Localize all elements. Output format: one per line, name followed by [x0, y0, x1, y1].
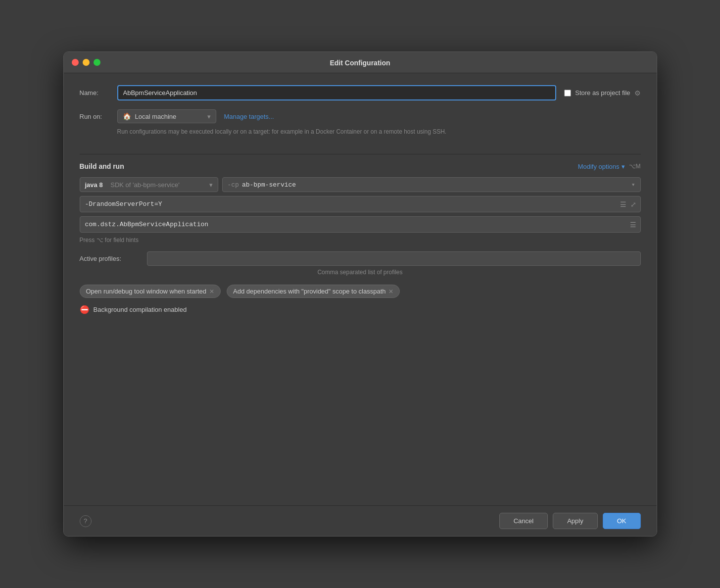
vm-options-row: ☰ ⤢: [80, 196, 641, 212]
tag-run-debug-close[interactable]: ✕: [209, 289, 214, 294]
active-profiles-row: Active profiles:: [80, 251, 641, 266]
run-on-label: Run on:: [80, 113, 109, 120]
name-input[interactable]: [117, 85, 557, 100]
chevron-down-icon: ▾: [209, 181, 213, 189]
home-icon: 🏠: [123, 112, 131, 120]
classpath-dropdown[interactable]: -cp ab-bpm-service ▾: [222, 177, 641, 192]
store-project-container: Store as project file ⚙: [564, 89, 640, 97]
edit-configuration-dialog: Edit Configuration Name: Store as projec…: [63, 51, 657, 537]
chevron-down-icon: ▾: [622, 163, 625, 170]
vm-options-input[interactable]: [80, 196, 616, 212]
tag-dependencies: Add dependencies with "provided" scope t…: [227, 285, 400, 298]
modify-options-label: Modify options: [578, 163, 620, 170]
gear-icon[interactable]: ⚙: [634, 89, 641, 97]
cp-value: ab-bpm-service: [242, 181, 296, 189]
build-and-run-header: Build and run Modify options ▾ ⌥M: [80, 162, 641, 170]
profiles-hint: Comma separated list of profiles: [80, 269, 641, 276]
sdk-label: SDK of 'ab-bpm-service': [110, 181, 179, 189]
browse-icon[interactable]: ☰: [630, 221, 636, 229]
main-class-input[interactable]: [80, 217, 626, 232]
name-label: Name:: [80, 89, 109, 97]
help-button[interactable]: ?: [80, 515, 92, 527]
name-row: Name: Store as project file ⚙: [80, 85, 641, 100]
build-row1: java 8 SDK of 'ab-bpm-service' ▾ -cp ab-…: [80, 177, 641, 192]
chevron-down-icon: ▾: [631, 181, 635, 189]
field-hints-text: Press ⌥ for field hints: [80, 237, 139, 244]
cp-label: -cp: [228, 181, 239, 189]
footer-buttons: Cancel Apply OK: [499, 513, 641, 529]
active-profiles-label: Active profiles:: [80, 255, 139, 262]
minimize-button[interactable]: [83, 59, 90, 66]
main-content: Name: Store as project file ⚙ Run on: 🏠 …: [64, 73, 657, 505]
browse-icon[interactable]: ☰: [620, 200, 626, 208]
tag-run-debug-label: Open run/debug tool window when started: [86, 288, 207, 295]
ok-button[interactable]: OK: [603, 513, 641, 529]
warning-text: Background compilation enabled: [94, 306, 187, 313]
store-project-checkbox[interactable]: [564, 90, 571, 97]
apply-button[interactable]: Apply: [553, 513, 598, 529]
store-project-label: Store as project file: [575, 89, 630, 97]
dialog-title: Edit Configuration: [330, 59, 390, 67]
warning-row: ⛔ Background compilation enabled: [80, 305, 641, 314]
cancel-button[interactable]: Cancel: [499, 513, 548, 529]
build-and-run-title: Build and run: [80, 162, 124, 170]
manage-targets-link[interactable]: Manage targets...: [224, 113, 274, 120]
tag-dependencies-close[interactable]: ✕: [388, 289, 393, 294]
run-on-dropdown[interactable]: 🏠 Local machine ▾: [117, 109, 216, 123]
main-class-row: ☰: [80, 216, 641, 233]
active-profiles-input[interactable]: [147, 251, 641, 266]
footer: ? Cancel Apply OK: [64, 505, 657, 536]
maximize-button[interactable]: [94, 59, 100, 66]
java-version-label: java 8: [85, 181, 103, 189]
tags-row: Open run/debug tool window when started …: [80, 285, 641, 298]
tag-dependencies-label: Add dependencies with "provided" scope t…: [233, 288, 385, 295]
run-hint: Run configurations may be executed local…: [117, 127, 641, 136]
run-on-value: Local machine: [135, 113, 177, 120]
tag-run-debug: Open run/debug tool window when started …: [80, 285, 221, 298]
warning-icon: ⛔: [80, 305, 90, 314]
java-version-dropdown[interactable]: java 8 SDK of 'ab-bpm-service' ▾: [80, 177, 218, 192]
modify-options-button[interactable]: Modify options ▾ ⌥M: [578, 163, 641, 170]
modify-options-shortcut: ⌥M: [629, 163, 641, 170]
close-button[interactable]: [72, 59, 79, 66]
section-divider: [80, 154, 641, 154]
vm-options-icons: ☰ ⤢: [616, 200, 640, 208]
chevron-down-icon: ▾: [207, 113, 211, 120]
traffic-lights: [72, 59, 100, 66]
run-on-row: Run on: 🏠 Local machine ▾ Manage targets…: [80, 109, 641, 123]
main-class-icons: ☰: [626, 221, 640, 229]
expand-icon[interactable]: ⤢: [630, 200, 636, 208]
titlebar: Edit Configuration: [64, 52, 657, 73]
field-hints: Press ⌥ for field hints: [80, 237, 641, 244]
